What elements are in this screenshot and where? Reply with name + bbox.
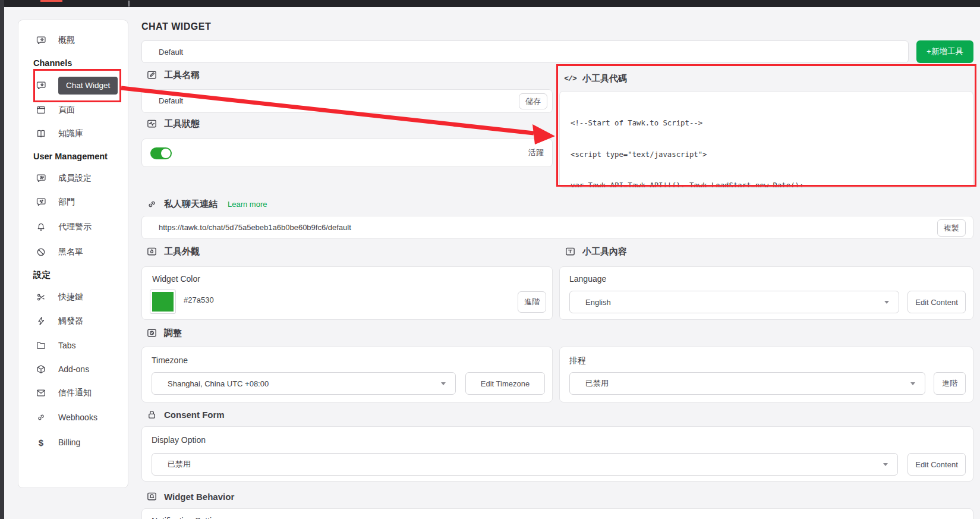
schedule-card: 排程 已禁用 進階	[559, 347, 973, 402]
save-button[interactable]: 儲存	[519, 93, 547, 109]
sidebar-item-label: Tabs	[58, 341, 76, 350]
code-icon: </>	[565, 73, 576, 84]
widget-color-label: Widget Color	[152, 274, 200, 284]
sidebar-item-knowledge-base[interactable]: 知識庫	[36, 125, 83, 142]
sidebar-item-label: 成員設定	[58, 173, 92, 184]
link-icon	[36, 412, 46, 423]
sidebar-item-mail-notifications[interactable]: 信件通知	[36, 385, 92, 401]
chevron-down-icon	[883, 463, 888, 466]
language-value: English	[585, 298, 611, 307]
section-title: 工具名稱	[164, 70, 200, 81]
edit-icon	[146, 70, 157, 81]
sidebar-item-members[interactable]: 成員設定	[36, 170, 92, 187]
code-line: <!--Start of Tawk.to Script-->	[571, 118, 962, 129]
adjust-icon	[146, 328, 157, 339]
sidebar-item-label: 部門	[58, 197, 75, 207]
sidebar-item-departments[interactable]: 部門	[36, 194, 75, 210]
section-widget-content: 小工具內容	[565, 245, 627, 258]
display-option-value: 已禁用	[168, 459, 191, 470]
sidebar-item-triggers[interactable]: 觸發器	[36, 313, 83, 329]
language-dropdown[interactable]: English	[569, 291, 899, 313]
sidebar-item-addons[interactable]: Add-ons	[36, 361, 89, 378]
sidebar-item-label: Webhooks	[58, 413, 97, 422]
section-widget-appearance: 工具外觀	[146, 245, 200, 258]
sidebar-item-webhooks[interactable]: Webhooks	[36, 409, 97, 426]
direct-link-card: https://tawk.to/chat/5d75a5ebeb1a6b0be60…	[141, 216, 973, 239]
schedule-label: 排程	[569, 356, 586, 366]
sidebar-item-label: 信件通知	[58, 388, 92, 398]
widget-name-input[interactable]: Default	[159, 90, 183, 112]
edit-timezone-button[interactable]: Edit Timezone	[465, 372, 545, 395]
sidebar-item-blacklist[interactable]: 黑名單	[36, 244, 83, 260]
direct-link-input[interactable]: https://tawk.to/chat/5d75a5ebeb1a6b0be60…	[159, 216, 351, 238]
members-icon	[36, 173, 46, 184]
sidebar-item-label: 概觀	[58, 35, 75, 46]
departments-icon	[36, 197, 46, 207]
sidebar-item-label: 快捷鍵	[58, 292, 83, 303]
timezone-dropdown[interactable]: Shanghai, China UTC +08:00	[152, 372, 456, 395]
app-window: 概觀 Channels Chat Widget 頁面 知識庫 User Mana…	[0, 0, 980, 519]
sidebar-item-tabs[interactable]: Tabs	[36, 337, 76, 354]
learn-more-link[interactable]: Learn more	[228, 200, 267, 209]
add-widget-button[interactable]: +新增工具	[916, 40, 973, 63]
sidebar-item-label: 知識庫	[58, 128, 83, 139]
widget-selector[interactable]: Default	[141, 40, 909, 63]
sidebar-item-chat-widget[interactable]: Chat Widget	[36, 77, 118, 94]
knowledge-base-icon	[36, 128, 46, 139]
color-swatch[interactable]	[150, 290, 176, 314]
status-toggle[interactable]	[150, 147, 172, 159]
section-direct-chat-link: 私人聊天連結 Learn more	[146, 197, 267, 210]
schedule-advanced-button[interactable]: 進階	[934, 372, 966, 395]
status-label: 活躍	[528, 139, 544, 166]
section-widget-code: </> 小工具代碼	[565, 72, 627, 85]
appearance-advanced-button[interactable]: 進階	[518, 291, 546, 313]
copy-button[interactable]: 複製	[937, 219, 966, 237]
status-icon	[146, 118, 157, 130]
sidebar-item-agent-alerts[interactable]: 代理警示	[36, 219, 92, 235]
color-swatch-fill	[152, 292, 174, 312]
chevron-down-icon	[910, 382, 915, 385]
sidebar-item-label: 觸發器	[58, 316, 83, 326]
section-consent-form: Consent Form	[146, 408, 225, 421]
bell-icon	[36, 222, 46, 232]
toggle-knob	[161, 149, 171, 158]
sidebar-item-overview[interactable]: 概觀	[36, 32, 75, 49]
sidebar-item-label: 代理警示	[58, 222, 92, 232]
section-adjust: 調整	[146, 326, 182, 339]
notification-settings-label: Notification Settings	[152, 516, 225, 519]
timezone-value: Shanghai, China UTC +08:00	[168, 379, 269, 388]
content-edit-button[interactable]: Edit Content	[907, 291, 966, 313]
consent-edit-button[interactable]: Edit Content	[907, 453, 966, 476]
folder-icon	[36, 340, 46, 351]
browser-tab-indicator	[40, 0, 62, 2]
section-title: 工具外觀	[164, 246, 200, 257]
pages-icon	[36, 105, 46, 115]
code-line: <script type="text/javascript">	[571, 150, 962, 161]
timezone-label: Timezone	[152, 356, 188, 365]
language-label: Language	[569, 274, 606, 284]
sidebar-section-settings: 設定	[33, 268, 51, 281]
ban-icon	[36, 247, 46, 257]
display-option-label: Display Option	[152, 435, 206, 445]
topbar-divider	[128, 1, 130, 7]
section-title: Consent Form	[164, 410, 225, 420]
timezone-card: Timezone Shanghai, China UTC +08:00 Edit…	[141, 347, 553, 402]
sidebar-item-shortcuts[interactable]: 快捷鍵	[36, 289, 83, 306]
section-widget-status: 工具狀態	[146, 117, 200, 130]
browser-topbar	[0, 0, 980, 7]
display-option-dropdown[interactable]: 已禁用	[152, 453, 898, 476]
chevron-down-icon	[884, 301, 889, 304]
sidebar-item-pages[interactable]: 頁面	[36, 102, 75, 118]
schedule-dropdown[interactable]: 已禁用	[569, 372, 925, 395]
sidebar-item-billing[interactable]: $ Billing	[36, 434, 80, 451]
behavior-icon	[146, 491, 157, 502]
scissors-icon	[36, 292, 46, 303]
behavior-card: Notification Settings	[141, 508, 973, 519]
sidebar-item-label: Add-ons	[58, 364, 89, 374]
dollar-icon: $	[36, 437, 46, 448]
section-title: Widget Behavior	[164, 492, 234, 502]
widget-code-box[interactable]: <!--Start of Tawk.to Script--> <script t…	[559, 91, 973, 188]
content-card: Language English Edit Content	[559, 266, 973, 320]
sidebar-item-label: Billing	[58, 438, 80, 447]
window-edge	[0, 0, 4, 519]
